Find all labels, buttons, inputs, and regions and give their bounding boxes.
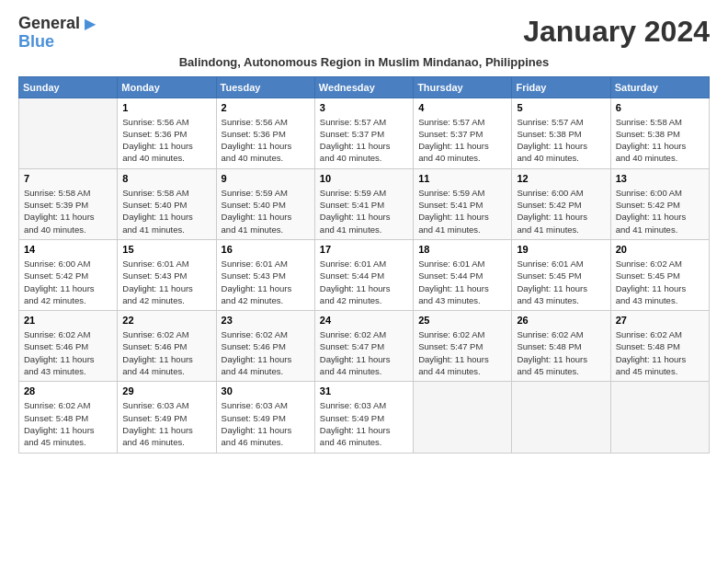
- day-number: 27: [616, 315, 704, 326]
- calendar-cell: 15Sunrise: 6:01 AM Sunset: 5:43 PM Dayli…: [118, 239, 216, 310]
- day-info: Sunrise: 6:02 AM Sunset: 5:47 PM Dayligh…: [320, 328, 408, 377]
- calendar-cell: 18Sunrise: 6:01 AM Sunset: 5:44 PM Dayli…: [414, 239, 512, 310]
- day-info: Sunrise: 6:02 AM Sunset: 5:46 PM Dayligh…: [122, 328, 210, 377]
- calendar-cell: 10Sunrise: 5:59 AM Sunset: 5:41 PM Dayli…: [314, 168, 413, 239]
- day-info: Sunrise: 5:57 AM Sunset: 5:37 PM Dayligh…: [418, 116, 506, 165]
- day-number: 25: [418, 315, 506, 326]
- day-info: Sunrise: 6:02 AM Sunset: 5:46 PM Dayligh…: [24, 328, 112, 377]
- day-info: Sunrise: 6:01 AM Sunset: 5:44 PM Dayligh…: [320, 258, 408, 306]
- calendar-cell: 19Sunrise: 6:01 AM Sunset: 5:45 PM Dayli…: [512, 239, 610, 310]
- day-info: Sunrise: 5:58 AM Sunset: 5:40 PM Dayligh…: [122, 187, 210, 236]
- day-number: 15: [122, 244, 210, 255]
- day-number: 6: [616, 102, 704, 113]
- weekday-header: Monday: [118, 76, 216, 98]
- logo: General ▶ Blue: [18, 15, 96, 52]
- calendar-cell: 25Sunrise: 6:02 AM Sunset: 5:47 PM Dayli…: [414, 311, 512, 382]
- calendar-week-row: 14Sunrise: 6:00 AM Sunset: 5:42 PM Dayli…: [19, 239, 710, 310]
- page-header: General ▶ Blue January 2024: [18, 15, 710, 52]
- day-info: Sunrise: 6:03 AM Sunset: 5:49 PM Dayligh…: [320, 399, 408, 448]
- day-number: 23: [222, 315, 310, 326]
- weekday-header: Saturday: [610, 76, 709, 98]
- calendar-cell: 23Sunrise: 6:02 AM Sunset: 5:46 PM Dayli…: [216, 311, 314, 382]
- day-number: 28: [24, 385, 112, 396]
- day-number: 16: [222, 244, 310, 255]
- calendar-cell: 11Sunrise: 5:59 AM Sunset: 5:41 PM Dayli…: [414, 168, 512, 239]
- calendar-cell: 6Sunrise: 5:58 AM Sunset: 5:38 PM Daylig…: [610, 98, 709, 168]
- calendar-week-row: 21Sunrise: 6:02 AM Sunset: 5:46 PM Dayli…: [19, 311, 710, 382]
- calendar-header-row: SundayMondayTuesdayWednesdayThursdayFrid…: [19, 76, 710, 98]
- day-number: 21: [24, 315, 112, 326]
- day-number: 26: [517, 315, 605, 326]
- day-info: Sunrise: 6:02 AM Sunset: 5:46 PM Dayligh…: [222, 328, 310, 377]
- calendar-cell: 21Sunrise: 6:02 AM Sunset: 5:46 PM Dayli…: [19, 311, 118, 382]
- logo-blue: Blue: [18, 33, 54, 52]
- calendar-cell: 30Sunrise: 6:03 AM Sunset: 5:49 PM Dayli…: [216, 382, 314, 453]
- calendar-cell: 31Sunrise: 6:03 AM Sunset: 5:49 PM Dayli…: [314, 382, 413, 453]
- day-number: 2: [222, 102, 310, 113]
- day-info: Sunrise: 5:57 AM Sunset: 5:38 PM Dayligh…: [517, 116, 605, 165]
- calendar-cell: 2Sunrise: 5:56 AM Sunset: 5:36 PM Daylig…: [216, 98, 314, 168]
- day-number: 1: [122, 102, 210, 113]
- day-info: Sunrise: 6:02 AM Sunset: 5:47 PM Dayligh…: [418, 328, 506, 377]
- day-number: 20: [616, 244, 704, 255]
- day-info: Sunrise: 5:59 AM Sunset: 5:41 PM Dayligh…: [320, 187, 408, 236]
- day-info: Sunrise: 5:56 AM Sunset: 5:36 PM Dayligh…: [122, 116, 210, 165]
- calendar-cell: [512, 382, 610, 453]
- calendar-cell: 22Sunrise: 6:02 AM Sunset: 5:46 PM Dayli…: [118, 311, 216, 382]
- calendar-cell: 13Sunrise: 6:00 AM Sunset: 5:42 PM Dayli…: [610, 168, 709, 239]
- day-info: Sunrise: 6:00 AM Sunset: 5:42 PM Dayligh…: [616, 187, 704, 236]
- calendar-cell: 1Sunrise: 5:56 AM Sunset: 5:36 PM Daylig…: [118, 98, 216, 168]
- day-number: 30: [222, 385, 310, 396]
- day-info: Sunrise: 6:01 AM Sunset: 5:43 PM Dayligh…: [122, 258, 210, 306]
- month-title: January 2024: [523, 15, 710, 49]
- day-number: 18: [418, 244, 506, 255]
- day-info: Sunrise: 6:03 AM Sunset: 5:49 PM Dayligh…: [222, 399, 310, 448]
- calendar-week-row: 28Sunrise: 6:02 AM Sunset: 5:48 PM Dayli…: [19, 382, 710, 453]
- weekday-header: Tuesday: [216, 76, 314, 98]
- calendar-cell: 29Sunrise: 6:03 AM Sunset: 5:49 PM Dayli…: [118, 382, 216, 453]
- weekday-header: Friday: [512, 76, 610, 98]
- calendar-cell: 3Sunrise: 5:57 AM Sunset: 5:37 PM Daylig…: [314, 98, 413, 168]
- weekday-header: Sunday: [19, 76, 118, 98]
- calendar-cell: 20Sunrise: 6:02 AM Sunset: 5:45 PM Dayli…: [610, 239, 709, 310]
- day-number: 5: [517, 102, 605, 113]
- day-info: Sunrise: 5:59 AM Sunset: 5:41 PM Dayligh…: [418, 187, 506, 236]
- calendar-week-row: 7Sunrise: 5:58 AM Sunset: 5:39 PM Daylig…: [19, 168, 710, 239]
- day-number: 9: [222, 173, 310, 184]
- weekday-header: Thursday: [414, 76, 512, 98]
- day-info: Sunrise: 5:56 AM Sunset: 5:36 PM Dayligh…: [222, 116, 310, 165]
- calendar-cell: 24Sunrise: 6:02 AM Sunset: 5:47 PM Dayli…: [314, 311, 413, 382]
- day-info: Sunrise: 6:01 AM Sunset: 5:45 PM Dayligh…: [517, 258, 605, 306]
- day-info: Sunrise: 5:58 AM Sunset: 5:38 PM Dayligh…: [616, 116, 704, 165]
- day-number: 13: [616, 173, 704, 184]
- day-number: 29: [122, 385, 210, 396]
- logo-text: General ▶: [18, 15, 96, 33]
- day-number: 19: [517, 244, 605, 255]
- day-info: Sunrise: 5:58 AM Sunset: 5:39 PM Dayligh…: [24, 187, 112, 236]
- calendar-cell: 4Sunrise: 5:57 AM Sunset: 5:37 PM Daylig…: [414, 98, 512, 168]
- day-info: Sunrise: 6:00 AM Sunset: 5:42 PM Dayligh…: [24, 258, 112, 306]
- day-info: Sunrise: 6:01 AM Sunset: 5:44 PM Dayligh…: [418, 258, 506, 306]
- day-number: 31: [320, 385, 408, 396]
- calendar-cell: [19, 98, 118, 168]
- day-number: 11: [418, 173, 506, 184]
- day-number: 8: [122, 173, 210, 184]
- calendar-cell: 17Sunrise: 6:01 AM Sunset: 5:44 PM Dayli…: [314, 239, 413, 310]
- day-number: 17: [320, 244, 408, 255]
- day-number: 4: [418, 102, 506, 113]
- day-info: Sunrise: 6:02 AM Sunset: 5:48 PM Dayligh…: [517, 328, 605, 377]
- calendar-cell: 8Sunrise: 5:58 AM Sunset: 5:40 PM Daylig…: [118, 168, 216, 239]
- subtitle: Balindong, Autonomous Region in Muslim M…: [18, 55, 710, 69]
- logo-bird-icon: ▶: [85, 16, 96, 31]
- calendar-cell: 16Sunrise: 6:01 AM Sunset: 5:43 PM Dayli…: [216, 239, 314, 310]
- day-info: Sunrise: 5:57 AM Sunset: 5:37 PM Dayligh…: [320, 116, 408, 165]
- calendar-cell: 9Sunrise: 5:59 AM Sunset: 5:40 PM Daylig…: [216, 168, 314, 239]
- logo-general: General: [18, 14, 80, 32]
- day-number: 24: [320, 315, 408, 326]
- calendar-cell: 27Sunrise: 6:02 AM Sunset: 5:48 PM Dayli…: [610, 311, 709, 382]
- day-number: 22: [122, 315, 210, 326]
- calendar-table: SundayMondayTuesdayWednesdayThursdayFrid…: [18, 76, 710, 454]
- calendar-week-row: 1Sunrise: 5:56 AM Sunset: 5:36 PM Daylig…: [19, 98, 710, 168]
- day-info: Sunrise: 6:01 AM Sunset: 5:43 PM Dayligh…: [222, 258, 310, 306]
- day-info: Sunrise: 5:59 AM Sunset: 5:40 PM Dayligh…: [222, 187, 310, 236]
